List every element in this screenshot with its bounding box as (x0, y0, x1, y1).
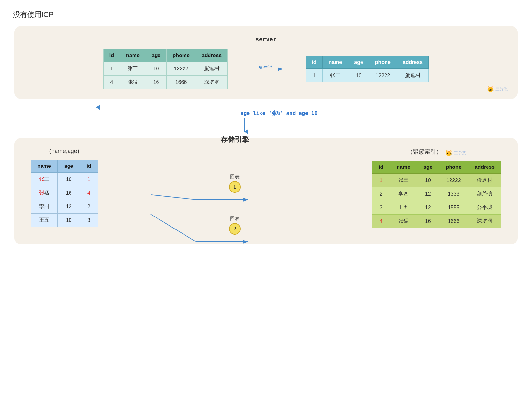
col-header: id (306, 56, 323, 69)
watermark-2: 三分恶 (454, 150, 466, 156)
col-header: age (417, 161, 439, 174)
huitai-label-1: 回表 (230, 174, 240, 180)
huitai-group-1: 回表 1 (229, 174, 241, 193)
up-arrow-svg (92, 105, 100, 135)
col-header: phone (369, 56, 397, 69)
middle-section: 存储引擎 回表 1 回表 2 (105, 148, 365, 235)
huitai-group-2: 回表 2 (229, 216, 241, 235)
server-left-table: id name age phome address 1 张三 10 12222 … (103, 49, 228, 89)
watermark-icon-2: 🐱 (445, 150, 452, 157)
table-row: 张猛 16 4 (31, 186, 98, 200)
between-boxes: age like '张%' and age=10 (14, 105, 518, 138)
query-label: age like '张%' and age=10 (240, 110, 318, 117)
col-header: age (348, 56, 369, 69)
server-arrow: age=10 (247, 64, 286, 74)
table-row: 1 张三 10 12222 蛋逗村 (306, 69, 429, 82)
storage-inner: (name,age) name age id 张三 10 1 (31, 148, 501, 235)
col-header: name (31, 160, 58, 173)
server-label: server (27, 36, 505, 43)
table-row: 3 王五 12 1555 公平城 (372, 201, 501, 215)
circle-badge-2: 2 (229, 223, 241, 235)
secondary-index-table: name age id 张三 10 1 张猛 16 4 (31, 160, 98, 227)
table-row: 王五 10 3 (31, 214, 98, 227)
clustered-index-title: （聚簇索引） (407, 148, 442, 155)
arrow-svg: age=10 (247, 64, 286, 74)
clustered-index-section: （聚簇索引） 🐱 三分恶 id name age phone address (372, 148, 501, 228)
watermark-icon-1: 🐱 (487, 85, 494, 93)
col-header: name (120, 49, 146, 62)
col-header: name (323, 56, 348, 69)
col-header: age (146, 49, 167, 62)
page-title: 没有使用ICP (13, 10, 519, 19)
col-header: address (468, 161, 501, 174)
col-header: phone (439, 161, 468, 174)
col-header: age (57, 160, 80, 173)
server-inner: id name age phome address 1 张三 10 12222 … (27, 49, 505, 89)
huitai-label-2: 回表 (230, 216, 240, 222)
clustered-index-table: id name age phone address 1 张三 10 12222 … (372, 161, 501, 228)
table-row: 2 李四 12 1333 葫芦镇 (372, 187, 501, 201)
circle-badge-1: 1 (229, 181, 241, 193)
col-header: phome (167, 49, 196, 62)
table-row: 1 张三 10 12222 蛋逗村 (372, 174, 501, 187)
col-header: id (80, 160, 98, 173)
col-header: address (196, 49, 227, 62)
secondary-index-title: (name,age) (49, 148, 79, 155)
table-row: 4 张猛 16 1666 深坑洞 (103, 76, 227, 89)
secondary-index-section: (name,age) name age id 张三 10 1 (31, 148, 98, 227)
watermark-1: 三分恶 (495, 86, 508, 92)
server-right-table: id name age phone address 1 张三 10 12222 … (306, 56, 429, 82)
table-row: 李四 12 2 (31, 200, 98, 214)
storage-label: 存储引擎 (221, 135, 249, 144)
col-header: address (397, 56, 428, 69)
down-arrow-svg (240, 118, 248, 134)
col-header: id (103, 49, 120, 62)
storage-box: (name,age) name age id 张三 10 1 (14, 138, 518, 244)
col-header: name (390, 161, 417, 174)
col-header: id (372, 161, 390, 174)
table-row: 1 张三 10 12222 蛋逗村 (103, 62, 227, 76)
server-box: server id name age phome address 1 张三 10… (14, 26, 518, 99)
table-row: 张三 10 1 (31, 173, 98, 186)
table-row: 4 张猛 16 1666 深坑洞 (372, 215, 501, 228)
arrow-label: age=10 (258, 64, 273, 69)
